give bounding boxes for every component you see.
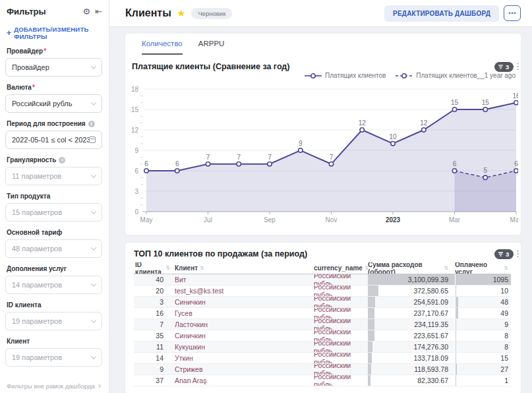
amount-data-bar <box>368 342 372 352</box>
cell-client: Кукушкин <box>170 342 310 352</box>
tab-0[interactable]: Количество <box>142 40 183 55</box>
column-header-0[interactable]: ID клиента⇅ <box>134 262 170 274</box>
sort-icon[interactable]: ⇅ <box>444 265 448 271</box>
cell-value: 15 <box>500 354 508 362</box>
sort-icon[interactable]: ⇅ <box>165 265 170 271</box>
table-row[interactable]: 14УткинРоссийский рубль133,718.0915 <box>134 353 511 364</box>
cell-value: Синичкин <box>175 332 206 340</box>
top-clients-table-widget: ТОП 10 клиентов по продажам (за период) … <box>125 243 521 393</box>
cell-client: Стрижев <box>170 364 310 375</box>
filter-select[interactable]: 15 параметров <box>5 203 102 222</box>
table-row[interactable]: 20test_ks@ks.testРоссийский рубль372,580… <box>134 286 511 297</box>
cell-value: 254,591.09 <box>413 298 448 306</box>
table-row[interactable]: 7ЛасточкинРоссийский рубль234,119.359 <box>134 319 511 330</box>
table-row[interactable]: 16ГусевРоссийский рубль237,170.6749 <box>134 308 511 319</box>
table-menu-icon[interactable]: ⋮ <box>514 249 521 258</box>
collapse-panel-icon[interactable]: ⇤ <box>95 7 102 16</box>
svg-text:15: 15 <box>131 106 139 113</box>
column-header-3[interactable]: Сумма расходов (оборот)⇅ <box>368 262 455 274</box>
settings-gear-icon[interactable]: ⚙ <box>82 7 90 16</box>
cell-value: 9 <box>504 320 508 328</box>
tab-1[interactable]: ARPPU <box>198 40 225 55</box>
funnel-icon <box>498 64 504 70</box>
filter-select[interactable]: Российский рубль <box>5 94 102 113</box>
services-data-bar <box>456 319 456 330</box>
filter-select[interactable]: 48 параметров <box>5 239 102 258</box>
filter-select[interactable]: Провайдер <box>5 58 102 76</box>
more-options-button[interactable]: ⋯ <box>504 5 521 21</box>
legend-item-0[interactable]: Платящих клиентов <box>304 72 386 79</box>
cell-value: Стрижев <box>175 365 203 373</box>
cell-value: Уткин <box>175 354 193 362</box>
filters-outside-dashboard-link[interactable]: Фильтры вне рамок дашборда › (0) <box>5 381 102 393</box>
chevron-down-icon <box>91 208 96 214</box>
filters-sidebar: Фильтры ⚙ ⇤ + ДОБАВИТЬ/ИЗМЕНИТЬ ФИЛЬТРЫ … <box>0 0 109 393</box>
column-header-label: Сумма расходов (оборот) <box>368 262 442 274</box>
chevron-right-icon: › <box>98 381 101 390</box>
cell-value: Синичкин <box>175 298 206 306</box>
favorite-star-icon[interactable]: ★ <box>177 8 186 18</box>
svg-text:6: 6 <box>453 160 457 167</box>
date-range-input[interactable]: 2022-05-01 ≤ col < 2023... <box>5 131 102 149</box>
svg-text:15: 15 <box>451 99 459 106</box>
filter-select[interactable]: 19 параметров <box>5 348 102 367</box>
chart-title: Платящие клиенты (Сравнение за год) <box>132 62 289 71</box>
filter-group-0: Провайдер*Провайдер <box>5 47 102 76</box>
calendar-icon <box>89 136 96 143</box>
table-row[interactable]: 11КукушкинРоссийский рубль174,276.308 <box>134 342 511 353</box>
payers-line-chart[interactable]: 0369121518MayJulSepNov2023MarMay66777971… <box>128 85 518 233</box>
sort-icon[interactable]: ⇅ <box>504 265 508 271</box>
add-edit-filters-button[interactable]: + ДОБАВИТЬ/ИЗМЕНИТЬ ФИЛЬТРЫ <box>7 26 102 40</box>
column-header-1[interactable]: Клиент⇅ <box>170 262 310 274</box>
filter-select[interactable]: 14 параметров <box>5 276 102 294</box>
filter-select[interactable]: 19 параметров <box>5 312 102 330</box>
table-row[interactable]: 37Anan AraşРоссийский рубль82,330.671 <box>134 375 511 386</box>
info-icon[interactable]: i <box>59 157 65 164</box>
filter-group-6: Дополнения услуг14 параметров <box>5 265 102 294</box>
payers-chart-widget: КоличествоARPPU Платящие клиенты (Сравне… <box>125 34 521 235</box>
table-filter-badge[interactable]: 3 <box>494 249 514 259</box>
cell-client: Гусев <box>170 308 310 318</box>
chart-filter-count: 3 <box>506 63 509 71</box>
cell-amount: 3,100,099.39 <box>368 274 455 285</box>
table-row[interactable]: 3СиничкинРоссийский рубль254,591.0948 <box>134 297 511 308</box>
column-header-2[interactable]: currency_name⇅ <box>310 262 368 274</box>
cell-value: Российский рубль <box>314 342 368 352</box>
column-header-4[interactable]: Оплачено услуг⇅ <box>455 262 511 274</box>
table-row[interactable]: 35СиничкинРоссийский рубль223,651.678 <box>134 330 511 342</box>
cell-services: 15 <box>455 353 511 363</box>
filter-group-7: ID клиента19 параметров <box>5 301 102 330</box>
cell-currency: Российский рубль <box>310 274 368 285</box>
chart-menu-icon[interactable]: ⋮ <box>514 61 522 71</box>
legend-item-1[interactable]: Платящих клиентов__1 year ago <box>395 72 516 79</box>
filter-label: Гранулярностьi <box>7 156 102 164</box>
filter-select[interactable]: 11 параметров <box>5 167 102 185</box>
cell-id: 37 <box>134 375 170 386</box>
svg-text:6: 6 <box>144 160 148 167</box>
cell-client: Ласточкин <box>170 319 310 330</box>
cell-services: 49 <box>455 308 511 318</box>
cell-value: 49 <box>500 309 508 317</box>
cell-services: 10 <box>455 286 511 296</box>
svg-text:6: 6 <box>514 160 518 167</box>
filter-label: Дополнения услуг <box>7 265 102 272</box>
table-row[interactable]: 40ВитРоссийский рубль3,100,099.391095 <box>134 274 511 286</box>
cell-value: 174,276.30 <box>413 343 448 351</box>
chevron-down-icon <box>91 100 96 105</box>
cell-id: 35 <box>134 330 170 341</box>
services-data-bar <box>456 308 458 318</box>
plus-icon: + <box>7 28 11 38</box>
chart-filter-badge[interactable]: 3 <box>494 62 514 72</box>
filter-group-1: Валюта*Российский рубль <box>5 84 102 113</box>
table-row[interactable]: 9СтрижевРоссийский рубль118,593.7827 <box>134 364 511 375</box>
sort-icon[interactable]: ⇅ <box>200 265 204 271</box>
svg-text:12: 12 <box>131 127 139 134</box>
cell-value: 35 <box>156 332 163 340</box>
info-icon[interactable]: i <box>88 121 95 127</box>
filter-label: ID клиента <box>7 301 102 309</box>
edit-dashboard-button[interactable]: РЕДАКТИРОВАТЬ ДАШБОРД <box>384 5 499 22</box>
cell-value: Ласточкин <box>175 320 208 328</box>
svg-text:Nov: Nov <box>326 216 338 224</box>
svg-text:May: May <box>140 216 153 224</box>
cell-value: 20 <box>156 287 163 295</box>
